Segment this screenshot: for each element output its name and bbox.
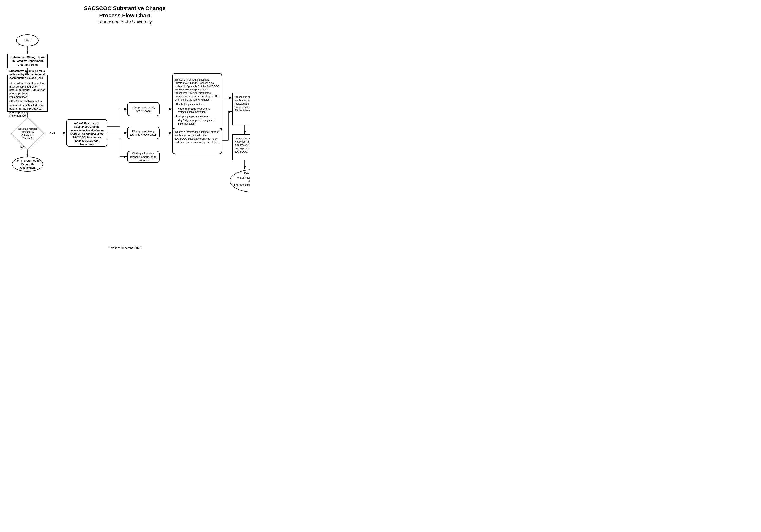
start-node: Start: [16, 34, 39, 46]
page-title: SACSCOC Substantive Change Process Flow …: [5, 5, 245, 25]
prospectus-spring: • For Spring Implementation: -: [175, 115, 208, 118]
subtitle: Tennessee State University: [5, 19, 245, 25]
notification-info-node: Initiator is informed to submit a Letter…: [172, 128, 222, 154]
prospectus-info-text: Initiator is informed to submit a Substa…: [175, 78, 219, 102]
prospectus-spring-date: May 1st(a year prior to projected implem…: [178, 119, 219, 126]
form-reviewed-bullet2: • For Spring implementation, form must b…: [10, 100, 46, 117]
form-returned-node: Form is returned to Dean with Justificat…: [12, 157, 43, 172]
form-reviewed-bullet1: • For Fall Implementation, form must be …: [10, 81, 46, 99]
form-initiated-node: Substantive Change Form initiated by Dep…: [8, 54, 48, 68]
flowchart: Start Substantive Change Form initiated …: [5, 29, 250, 241]
changes-approval-node: Changes Requiring APPROVAL: [127, 102, 160, 116]
yes-label: YES: [50, 131, 55, 134]
due-fall: For Fall Implementation: Preceding Janua…: [232, 176, 250, 183]
question-diamond: Does this request constitute a Substanti…: [11, 117, 44, 150]
title-line1: SACSCOC Substantive Change: [5, 5, 245, 12]
changes-notification-node: Changes Requiring NOTIFICATION ONLY: [127, 127, 160, 139]
revised-edited-node: Prospectus and/or Letter of Notification…: [232, 93, 250, 126]
ial-determine-node: IAL will Determine if Substantive Change…: [66, 119, 107, 147]
due-sacscoc-title: Due to SACSCOC: [244, 172, 250, 175]
prospectus-fall-date: November 1st(a year prior to projected i…: [178, 107, 219, 114]
prospectus-info-node: Initiator is informed to submit a Substa…: [172, 73, 222, 131]
title-line2: Process Flow Chart: [5, 12, 245, 20]
footnote: Revised: December2020: [5, 246, 245, 250]
form-reviewed-node: Substantive Change Form is reviewed by t…: [8, 75, 48, 112]
due-sacscoc-node: Due to SACSCOC For Fall Implementation: …: [230, 169, 250, 193]
no-label: NO: [21, 146, 25, 149]
closing-program-node: Closing a Program, Branch Campus, or an …: [127, 151, 160, 163]
reviewed-president-node: Prospectus and/or Letter of Notification…: [232, 134, 250, 160]
form-reviewed-title: Substantive Change Form is reviewed by t…: [10, 69, 46, 80]
prospectus-fall: • For Fall Implementation -: [175, 103, 204, 106]
due-spring: For Spring Implementation: Preceding Jul…: [232, 184, 250, 190]
